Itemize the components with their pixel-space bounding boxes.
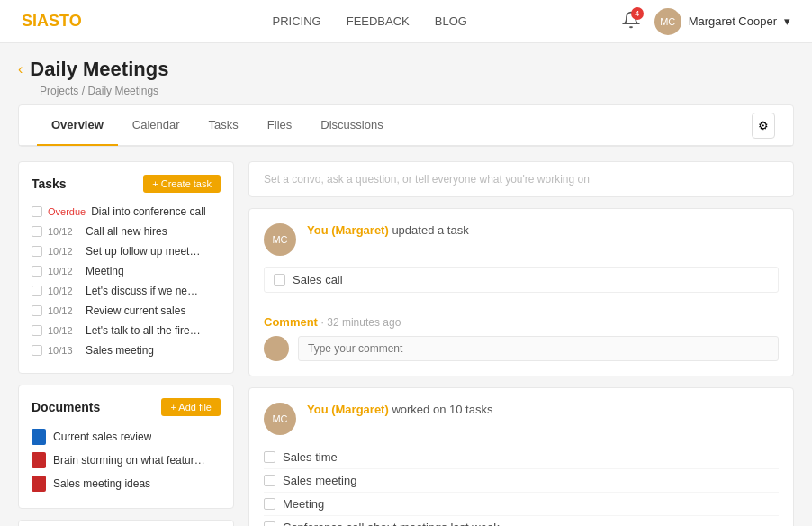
task-label: Review current sales [86, 304, 185, 317]
breadcrumb: Projects / Daily Meetings [40, 85, 794, 97]
worked-tasks-list: Sales time Sales meeting Meeting Confere… [264, 446, 779, 526]
task-date: 10/12 [48, 305, 80, 316]
task-checkbox-small[interactable] [274, 274, 285, 286]
left-panel: Tasks + Create task Overdue Dial into co… [18, 161, 234, 526]
task-checkbox-small[interactable] [264, 521, 275, 526]
doc-icon-blue [32, 429, 46, 445]
activity-meta-1: You (Margaret) updated a task [307, 223, 469, 237]
documents-header: Documents + Add file [32, 398, 221, 416]
breadcrumb-current: Daily Meetings [87, 85, 158, 97]
task-checkbox[interactable] [32, 345, 42, 356]
navbar: SIASTO PRICING FEEDBACK BLOG 4 MC Margar… [0, 0, 812, 43]
brand-logo[interactable]: SIASTO [22, 12, 82, 31]
tasks-header: Tasks + Create task [32, 175, 221, 193]
task-checkbox[interactable] [32, 226, 42, 237]
create-task-button[interactable]: + Create task [143, 175, 221, 193]
svg-rect-0 [34, 431, 43, 442]
user-name-label: Margaret Cooper [689, 14, 777, 28]
activity-header-1: MC You (Margaret) updated a task [264, 223, 779, 256]
back-title-row: ‹ Daily Meetings [18, 58, 794, 81]
task-date: 10/12 [48, 266, 80, 277]
task-checkbox[interactable] [32, 246, 42, 257]
worked-task-item: Sales time [264, 446, 779, 469]
tab-discussions[interactable]: Discussions [306, 105, 397, 146]
tab-files[interactable]: Files [253, 105, 306, 146]
tasks-section: Tasks + Create task Overdue Dial into co… [18, 161, 234, 374]
comment-label: Comment [264, 315, 318, 329]
task-item: 10/12 Let's discuss if we need to ha... [32, 281, 221, 301]
task-checkbox[interactable] [32, 305, 42, 316]
activity-meta-2: You (Margaret) worked on 10 tasks [307, 403, 492, 416]
tab-tasks[interactable]: Tasks [194, 105, 253, 146]
task-checkbox-small[interactable] [264, 451, 275, 463]
activity-avatar-1: MC [264, 223, 296, 256]
user-menu[interactable]: MC Margaret Cooper ▾ [654, 8, 790, 35]
doc-label[interactable]: Brain storming on what features to buil.… [53, 454, 206, 467]
doc-label[interactable]: Sales meeting ideas [53, 477, 150, 490]
navbar-right: 4 MC Margaret Cooper ▾ [622, 8, 790, 35]
task-checkbox[interactable] [32, 206, 42, 217]
tasks-title: Tasks [32, 177, 67, 191]
main-content: Tasks + Create task Overdue Dial into co… [18, 161, 794, 526]
activity-card-1: MC You (Margaret) updated a task Sales c… [248, 208, 794, 376]
task-label: Sales meeting [86, 344, 154, 357]
task-label: Call all new hires [86, 225, 167, 238]
tab-overview[interactable]: Overview [37, 105, 118, 146]
activity-user-1: You (Margaret) [307, 223, 389, 237]
page-content: ‹ Daily Meetings Projects / Daily Meetin… [0, 43, 812, 526]
worked-task-item: Conference call about meetings last week [264, 516, 779, 526]
task-item: 10/13 Sales meeting [32, 340, 221, 360]
task-item: 10/12 Review current sales [32, 301, 221, 321]
tabs-header: Overview Calendar Tasks Files Discussion… [19, 105, 793, 146]
worked-task-label: Sales time [283, 450, 338, 464]
task-date: Overdue [48, 206, 86, 217]
task-item: 10/12 Meeting [32, 261, 221, 281]
comment-input[interactable] [298, 336, 779, 361]
doc-label[interactable]: Current sales review [53, 431, 151, 443]
activity-action-2: worked on 10 tasks [392, 403, 492, 416]
back-button[interactable]: ‹ [18, 61, 23, 77]
tab-calendar[interactable]: Calendar [118, 105, 194, 146]
task-checkbox[interactable] [32, 325, 42, 336]
activity-card-2: MC You (Margaret) worked on 10 tasks Sal… [248, 387, 794, 526]
nav-feedback[interactable]: FEEDBACK [347, 14, 410, 28]
gear-icon: ⚙ [758, 119, 769, 132]
right-panel: Set a convo, ask a question, or tell eve… [248, 161, 794, 526]
page-title: Daily Meetings [30, 58, 168, 81]
activity-task-item-1: Sales call [264, 267, 779, 293]
task-checkbox-small[interactable] [264, 498, 275, 510]
task-date: 10/12 [48, 325, 80, 336]
task-date: 10/12 [48, 286, 80, 296]
nav-links: PRICING FEEDBACK BLOG [118, 14, 622, 28]
worked-task-item: Sales meeting [264, 469, 779, 493]
activity-task-label-1: Sales call [293, 273, 343, 286]
compose-box[interactable]: Set a convo, ask a question, or tell eve… [248, 161, 794, 197]
task-checkbox[interactable] [32, 286, 42, 296]
worked-task-item: Meeting [264, 493, 779, 516]
task-item: 10/12 Call all new hires [32, 222, 221, 241]
nav-blog[interactable]: BLOG [435, 14, 467, 28]
comment-avatar [264, 336, 289, 361]
task-checkbox-small[interactable] [264, 475, 275, 486]
task-date: 10/12 [48, 246, 80, 257]
add-file-button[interactable]: + Add file [161, 398, 221, 416]
task-item: 10/12 Set up follow up meeting abou... [32, 241, 221, 261]
svg-rect-2 [34, 478, 43, 489]
nav-pricing[interactable]: PRICING [273, 14, 321, 28]
doc-icon-red [32, 476, 46, 492]
documents-title: Documents [32, 400, 100, 414]
task-label: Let's talk to all the firemen in t... [86, 324, 203, 337]
comment-input-row [264, 336, 779, 361]
tabs-card: Overview Calendar Tasks Files Discussion… [18, 104, 794, 147]
task-date: 10/12 [48, 226, 80, 237]
activity-header-2: MC You (Margaret) worked on 10 tasks [264, 403, 779, 435]
settings-button[interactable]: ⚙ [752, 113, 775, 139]
task-checkbox[interactable] [32, 266, 42, 277]
breadcrumb-projects[interactable]: Projects [40, 85, 78, 97]
task-item: 10/12 Let's talk to all the firemen in t… [32, 321, 221, 340]
activity-action-1: updated a task [392, 223, 468, 237]
task-label: Let's discuss if we need to ha... [86, 285, 203, 297]
notification-bell[interactable]: 4 [622, 11, 640, 32]
task-label: Meeting [86, 265, 124, 277]
chevron-down-icon: ▾ [784, 14, 790, 28]
